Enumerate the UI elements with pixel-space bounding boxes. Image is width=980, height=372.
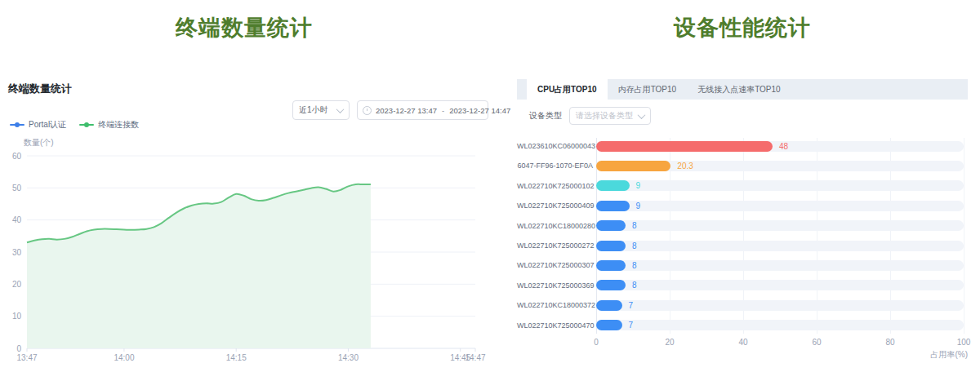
svg-text:60: 60 (12, 152, 22, 161)
time-range-select[interactable]: 近1小时 (292, 100, 350, 120)
bar-fill (596, 161, 670, 171)
svg-text:20: 20 (12, 280, 22, 289)
svg-text:数量(个): 数量(个) (23, 138, 54, 147)
legend-item[interactable]: 终端连接数 (79, 119, 139, 131)
date-range-end: 2023-12-27 14:47 (449, 106, 510, 115)
left-page-heading: 终端数量统计 (0, 13, 488, 42)
terminal-count-line-chart: 010203040506013:4714:0014:1514:3014:4514… (0, 132, 488, 369)
bar-track: 7 (596, 300, 964, 311)
device-label: WL022710K725000369 (517, 281, 596, 290)
date-range-start: 2023-12-27 13:47 (376, 106, 437, 115)
performance-tab-bar: CPU占用TOP10内存占用TOP10无线接入点速率TOP10 (517, 79, 968, 100)
bar-fill (596, 201, 630, 211)
device-type-filter: 设备类型 请选择设备类型 (517, 107, 651, 125)
legend-label: Portal认证 (29, 119, 66, 131)
bar-row: WL022710KC180003727 (517, 295, 968, 315)
time-range-value: 近1小时 (299, 104, 337, 116)
bar-track: 9 (596, 180, 964, 191)
cpu-top10-bar-chart: 020406080100WL023610KC06000043486047-FF9… (517, 136, 968, 372)
right-page-heading: 设备性能统计 (517, 13, 968, 42)
bar-fill (596, 260, 626, 271)
series-area-终端连接数 (27, 184, 371, 348)
bar-fill (596, 320, 622, 330)
bar-track: 20.3 (596, 161, 964, 171)
x-axis-tick: 20 (653, 338, 686, 347)
bar-value: 7 (629, 320, 634, 330)
x-axis-tick: 100 (947, 338, 980, 347)
legend-marker-icon (79, 124, 94, 126)
device-label: WL022710K725000470 (517, 321, 596, 330)
bar-fill (596, 220, 626, 231)
bar-row: WL022710K7250002728 (517, 236, 968, 255)
bar-value: 20.3 (677, 161, 693, 171)
bar-fill (596, 300, 622, 311)
bar-row: 6047-FF96-1070-EF0A20.3 (517, 156, 968, 175)
bar-track: 8 (596, 241, 964, 251)
bar-fill (596, 241, 626, 251)
bar-value: 8 (632, 260, 637, 271)
bar-value: 8 (632, 241, 637, 251)
bar-fill (596, 280, 626, 290)
device-label: WL022710KC18000280 (517, 222, 596, 230)
date-range-picker[interactable]: 2023-12-27 13:47 - 2023-12-27 14:47 (357, 100, 488, 120)
x-axis-tick: 80 (874, 338, 906, 347)
x-axis-tick: 60 (800, 338, 833, 347)
svg-text:10: 10 (12, 312, 22, 321)
device-label: WL023610KC06000043 (517, 142, 596, 150)
svg-text:14:47: 14:47 (465, 353, 485, 362)
bar-row: WL022710KC180002808 (517, 216, 968, 236)
device-label: WL022710K725000409 (517, 202, 596, 210)
device-performance-panel: 设备性能统计 CPU占用TOP10内存占用TOP10无线接入点速率TOP10 设… (517, 0, 968, 372)
device-label: WL022710KC18000372 (517, 301, 596, 309)
chevron-down-icon (336, 105, 345, 113)
bar-track: 8 (596, 220, 964, 231)
device-label: WL022710K725000272 (517, 241, 596, 250)
line-chart-legend: Portal认证终端连接数 (10, 119, 139, 131)
svg-text:30: 30 (12, 248, 22, 257)
clock-icon (363, 106, 372, 115)
card-title: 终端数量统计 (8, 82, 72, 96)
x-axis-tick: 0 (580, 338, 612, 347)
legend-marker-icon (10, 124, 24, 126)
bar-track: 9 (596, 201, 964, 211)
bar-row: WL022710K7250004099 (517, 196, 968, 215)
tab-无线接入点速率TOP10[interactable]: 无线接入点速率TOP10 (687, 79, 791, 100)
bar-row: WL023610KC0600004348 (517, 136, 968, 156)
bar-value: 48 (779, 141, 788, 152)
svg-text:14:30: 14:30 (338, 353, 359, 362)
device-type-select[interactable]: 请选择设备类型 (569, 107, 651, 125)
bar-row: WL022710K7250001029 (517, 176, 968, 196)
svg-text:14:00: 14:00 (114, 353, 134, 362)
tab-CPU占用TOP10[interactable]: CPU占用TOP10 (527, 79, 608, 100)
bar-track: 8 (596, 280, 964, 290)
bar-value: 9 (636, 180, 641, 191)
x-axis-tick: 40 (727, 338, 760, 347)
date-range-separator: - (442, 106, 444, 115)
device-label: WL022710K725000102 (517, 182, 596, 190)
bar-row: WL022710K7250003078 (517, 255, 968, 275)
tab-内存占用TOP10[interactable]: 内存占用TOP10 (608, 79, 688, 100)
legend-label: 终端连接数 (98, 119, 139, 131)
legend-item[interactable]: Portal认证 (10, 119, 66, 131)
svg-text:13:47: 13:47 (16, 353, 37, 362)
device-label: 6047-FF96-1070-EF0A (517, 162, 596, 170)
bar-value: 9 (636, 201, 641, 211)
terminal-count-panel: 终端数量统计 终端数量统计 近1小时 2023-12-27 13:47 - 20… (0, 0, 488, 372)
bar-track: 8 (596, 260, 964, 271)
bar-track: 7 (596, 320, 964, 330)
x-axis-title: 占用率(%) (930, 349, 968, 361)
bar-track: 48 (596, 141, 964, 152)
bar-row: WL022710K7250004707 (517, 316, 968, 335)
device-type-label: 设备类型 (529, 110, 562, 122)
bar-row: WL022710K7250003698 (517, 276, 968, 295)
bar-fill (596, 180, 630, 191)
svg-text:0: 0 (16, 344, 21, 353)
bar-value: 7 (629, 300, 634, 311)
bar-value: 8 (632, 280, 637, 290)
chevron-down-icon (638, 111, 646, 119)
svg-text:14:15: 14:15 (226, 353, 247, 362)
bar-value: 8 (632, 220, 637, 231)
svg-text:50: 50 (12, 184, 22, 193)
bar-fill (596, 141, 773, 152)
device-type-placeholder: 请选择设备类型 (576, 110, 639, 122)
